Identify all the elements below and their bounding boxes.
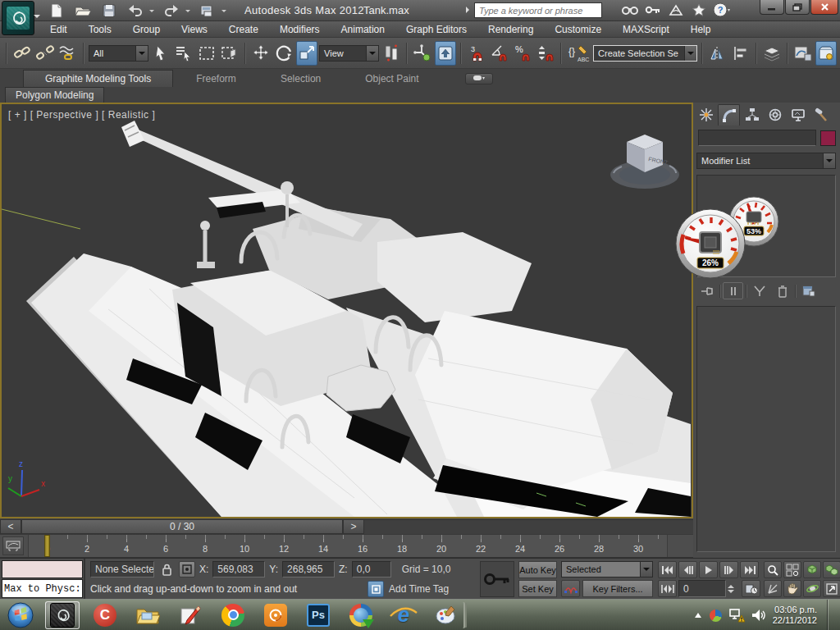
undo-button[interactable] <box>126 2 144 19</box>
configure-modifier-sets-button[interactable] <box>798 282 819 299</box>
zoom-extents-all-button[interactable] <box>823 561 840 578</box>
object-color-swatch[interactable] <box>820 130 836 146</box>
menu-views[interactable]: Views <box>171 22 218 37</box>
next-frame-slider-button[interactable]: > <box>343 519 364 534</box>
window-crossing-toggle-button[interactable] <box>219 41 240 66</box>
open-file-button[interactable] <box>74 2 92 19</box>
ribbon-tab-graphite-modeling-tools[interactable]: Graphite Modeling Tools <box>23 70 173 87</box>
modifier-list-dropdown[interactable]: Modifier List <box>696 153 836 169</box>
time-configuration-button[interactable] <box>742 580 760 597</box>
search-input[interactable] <box>475 3 601 17</box>
select-and-scale-button[interactable] <box>296 41 317 66</box>
selection-lock-toggle[interactable] <box>158 561 175 578</box>
listener-script-row[interactable]: Max to Physc: <box>2 579 83 598</box>
auto-key-button[interactable]: Auto Key <box>518 561 557 578</box>
search-binoculars-icon[interactable] <box>620 2 640 18</box>
ribbon-tab-object-paint[interactable]: Object Paint <box>344 71 440 87</box>
search-expand-icon[interactable] <box>466 7 472 13</box>
taskbar-chrome-button[interactable] <box>216 601 250 629</box>
project-folder-button[interactable] <box>199 2 217 19</box>
set-keys-button[interactable] <box>480 561 514 597</box>
snaps-toggle-3d-button[interactable]: 3 <box>466 41 487 66</box>
pan-view-button[interactable] <box>783 580 801 597</box>
ribbon-collapse-button[interactable] <box>465 73 493 84</box>
spinner-up-icon[interactable] <box>728 582 734 588</box>
tab-motion-icon[interactable] <box>764 104 786 126</box>
tab-create-icon[interactable] <box>695 104 717 126</box>
show-desktop-button[interactable] <box>827 600 835 630</box>
taskbar-ie-button[interactable]: e <box>386 601 421 629</box>
viewport-label[interactable]: [ + ] [ Perspective ] [ Realistic ] <box>8 109 155 121</box>
taskbar-paint-button[interactable] <box>429 601 463 629</box>
keyboard-shortcut-override-toggle[interactable] <box>435 41 456 66</box>
tray-idm-icon[interactable] <box>710 609 722 622</box>
dropdown-arrow-icon[interactable] <box>823 153 835 168</box>
menu-help[interactable]: Help <box>680 22 722 37</box>
tab-utilities-icon[interactable] <box>810 104 832 126</box>
undo-dropdown-icon[interactable] <box>149 10 154 15</box>
menu-maxscript[interactable]: MAXScript <box>612 22 680 37</box>
zoom-button[interactable] <box>764 561 782 578</box>
spinner-snap-toggle-button[interactable] <box>535 41 556 66</box>
tab-display-icon[interactable] <box>787 104 809 126</box>
taskbar-ccleaner-button[interactable]: C <box>88 601 122 629</box>
select-and-link-button[interactable] <box>11 41 33 66</box>
current-frame-spinner[interactable]: 0 <box>678 580 734 597</box>
panel-polygon-modeling[interactable]: Polygon Modeling <box>5 87 104 103</box>
dropdown-arrow-icon[interactable] <box>640 562 652 577</box>
selection-filter-dropdown[interactable]: All <box>89 45 148 62</box>
frame-number-field[interactable]: 0 <box>678 580 726 597</box>
show-hidden-icons-button[interactable] <box>693 612 703 619</box>
object-name-field[interactable] <box>698 130 816 146</box>
angle-snap-toggle-button[interactable] <box>489 41 510 66</box>
help-icon[interactable]: ? <box>712 2 732 18</box>
dropdown-arrow-icon[interactable] <box>135 46 148 61</box>
taskbar-image-editor-button[interactable] <box>173 601 208 629</box>
listener-macro-row[interactable] <box>2 560 83 578</box>
y-coord-field[interactable]: 268,965 <box>282 561 335 578</box>
time-slider-thumb[interactable]: 0 / 30 <box>21 519 343 534</box>
ribbon-tab-selection[interactable]: Selection <box>259 71 342 87</box>
subscription-key-icon[interactable] <box>643 2 663 18</box>
bind-to-space-warp-button[interactable] <box>57 41 79 66</box>
taskbar-3dsmax-button[interactable] <box>45 601 80 629</box>
taskbar-clock[interactable]: 03:06 p.m. 22/11/2012 <box>773 605 817 626</box>
named-selection-sets-dropdown[interactable]: Create Selection Se <box>593 45 697 62</box>
dropdown-arrow-icon[interactable] <box>684 46 696 61</box>
add-time-tag[interactable]: Add Time Tag <box>389 583 449 595</box>
previous-frame-button[interactable] <box>678 561 697 578</box>
zoom-all-button[interactable] <box>783 561 801 578</box>
rectangular-selection-region-button[interactable] <box>196 41 217 66</box>
isolate-selection-toggle[interactable] <box>368 581 384 597</box>
minimize-button[interactable] <box>760 0 784 15</box>
orbit-button[interactable] <box>803 580 821 597</box>
track-bar[interactable]: 0 2 4 6 8 10 12 14 16 18 20 22 24 26 28 … <box>0 535 693 558</box>
unlink-selection-button[interactable] <box>34 41 56 66</box>
cpu-meter-gadget[interactable]: 53% 26% <box>671 195 786 287</box>
default-tangent-button[interactable] <box>561 580 580 597</box>
next-frame-button[interactable] <box>719 561 738 578</box>
align-button[interactable] <box>730 41 751 66</box>
reference-coordinate-system-dropdown[interactable]: View <box>319 45 379 62</box>
percent-snap-toggle-button[interactable]: % <box>512 41 533 66</box>
go-to-end-button[interactable] <box>740 561 759 578</box>
dropdown-arrow-icon[interactable] <box>366 46 378 61</box>
menu-animation[interactable]: Animation <box>331 22 395 37</box>
menu-tools[interactable]: Tools <box>78 22 122 37</box>
close-button[interactable] <box>810 0 838 15</box>
taskbar-explorer-button[interactable] <box>130 601 165 629</box>
edit-named-selection-sets-button[interactable]: {}ABC <box>566 41 591 66</box>
tray-volume-icon[interactable] <box>751 609 766 622</box>
maximize-viewport-toggle-button[interactable] <box>823 580 840 597</box>
taskbar-acdsee-button[interactable] <box>258 601 293 629</box>
z-coord-field[interactable]: 0,0 <box>352 561 391 578</box>
key-mode-toggle-button[interactable] <box>658 580 677 597</box>
menu-customize[interactable]: Customize <box>544 22 612 37</box>
taskbar-idm-button[interactable] <box>344 601 378 629</box>
menu-create[interactable]: Create <box>218 22 269 37</box>
select-and-manipulate-button[interactable] <box>412 41 433 66</box>
select-object-button[interactable] <box>150 41 171 66</box>
tray-network-warning-icon[interactable] <box>728 608 745 623</box>
select-and-move-button[interactable] <box>250 41 272 66</box>
redo-button[interactable] <box>162 2 180 19</box>
